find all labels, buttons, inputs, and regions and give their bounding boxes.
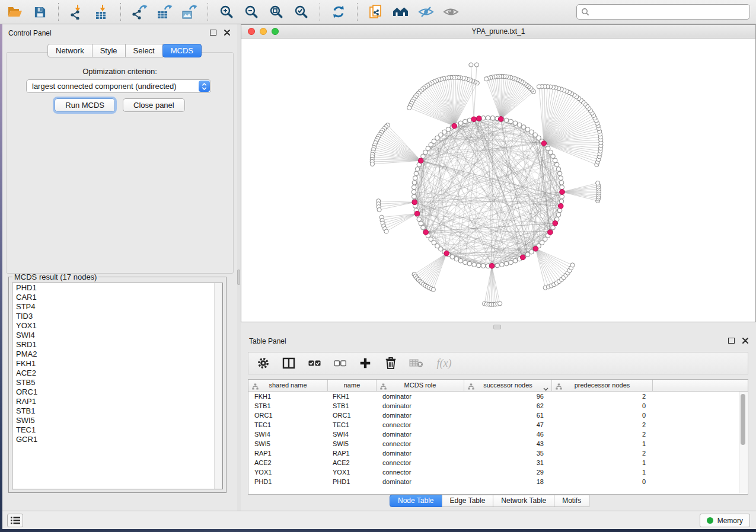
select-all-rows-button[interactable] — [307, 355, 322, 371]
mcds-result-list[interactable]: PHD1CAR1STP4TID3YOX1SWI4SRD1PMA2FKH1ACE2… — [12, 283, 223, 489]
divider-grip[interactable] — [237, 270, 240, 285]
import-network-button[interactable] — [65, 2, 90, 22]
show-column-panes-button[interactable] — [281, 355, 296, 371]
status-bar: Memory — [2, 511, 756, 529]
delete-table-button[interactable] — [409, 355, 424, 371]
apply-layout-button[interactable] — [326, 2, 351, 22]
horizontal-split-grip[interactable] — [493, 325, 501, 329]
maximize-window-icon[interactable] — [272, 28, 279, 35]
column-header[interactable]: MCDS role — [377, 380, 464, 391]
mcds-result-item[interactable]: PMA2 — [12, 350, 222, 359]
control-panel-tab[interactable]: Style — [92, 44, 126, 57]
mcds-list-scrollbar[interactable] — [214, 283, 222, 489]
criterion-select[interactable]: largest connected component (undirected) — [26, 79, 211, 93]
search-input[interactable] — [592, 7, 745, 17]
delete-row-button[interactable] — [383, 355, 398, 371]
document-network-icon — [368, 4, 384, 20]
table-tab[interactable]: Motifs — [554, 495, 589, 507]
network-canvas[interactable] — [241, 39, 755, 322]
zoom-out-button[interactable] — [239, 2, 264, 22]
desktop-wallpaper-bottom — [0, 529, 756, 532]
column-header[interactable]: name — [328, 380, 377, 391]
show-home-button[interactable] — [388, 2, 413, 22]
control-panel-tab[interactable]: Network — [47, 44, 92, 57]
apply-function-button[interactable]: f(x) — [434, 355, 454, 371]
mcds-result-item[interactable]: ACE2 — [12, 368, 222, 378]
mcds-result-item[interactable]: CAR1 — [12, 293, 222, 302]
mcds-result-item[interactable]: YOX1 — [12, 321, 222, 331]
close-window-icon[interactable] — [248, 28, 255, 35]
float-panel-icon[interactable] — [210, 30, 216, 36]
table-row[interactable]: SWI4 SWI4 dominator 46 2 — [248, 430, 748, 439]
columns-icon — [282, 357, 295, 369]
mcds-result-item[interactable]: FKH1 — [12, 359, 222, 368]
unchecked-boxes-icon — [334, 360, 346, 367]
control-panel-tabs: NetworkStyleSelectMCDS — [47, 44, 202, 57]
table-tab[interactable]: Node Table — [390, 495, 442, 507]
open-session-button[interactable] — [2, 2, 27, 22]
mcds-result-title: MCDS result (17 nodes) — [12, 273, 98, 281]
mcds-result-item[interactable]: TID3 — [12, 312, 222, 321]
table-tab[interactable]: Network Table — [493, 495, 554, 507]
add-row-button[interactable] — [358, 355, 373, 371]
zoom-in-button[interactable] — [214, 2, 239, 22]
table-row[interactable]: FKH1 FKH1 dominator 96 2 — [248, 392, 748, 401]
mcds-result-item[interactable]: ORC1 — [12, 387, 222, 397]
toolbar-separator — [357, 3, 358, 21]
column-header[interactable]: successor nodes — [464, 380, 552, 391]
table-row[interactable]: ORC1 ORC1 dominator 61 0 — [248, 411, 748, 420]
control-panel-tab[interactable]: MCDS — [162, 44, 202, 57]
table-tab[interactable]: Edge Table — [442, 495, 494, 507]
run-mcds-button[interactable]: Run MCDS — [55, 98, 115, 112]
deselect-all-rows-button[interactable] — [332, 355, 347, 371]
column-settings-button[interactable] — [256, 355, 271, 371]
scrollbar-thumb[interactable] — [741, 394, 745, 445]
mcds-result-item[interactable]: TEC1 — [12, 425, 222, 435]
mcds-result-item[interactable]: SRD1 — [12, 340, 222, 350]
toolbar-zoom-group — [212, 2, 316, 22]
table-row[interactable]: YOX1 YOX1 connector 29 1 — [248, 467, 748, 477]
zoom-selected-button[interactable] — [289, 2, 314, 22]
eye-icon — [443, 5, 459, 19]
table-row[interactable]: RAP1 RAP1 dominator 35 2 — [248, 448, 748, 458]
mcds-result-item[interactable]: SWI5 — [12, 416, 222, 425]
column-type-icon — [468, 382, 474, 393]
table-row[interactable]: ACE2 ACE2 connector 31 1 — [248, 458, 748, 467]
task-history-button[interactable] — [7, 514, 23, 527]
mcds-result-item[interactable]: STB5 — [12, 378, 222, 387]
close-panel-icon[interactable] — [224, 30, 230, 36]
mcds-result-item[interactable]: STB1 — [12, 406, 222, 416]
network-window: YPA_prune.txt_1 — [241, 24, 756, 322]
close-panel-icon[interactable] — [742, 338, 748, 344]
hide-graphics-details-button[interactable] — [413, 2, 438, 22]
table-toolbar: f(x) — [248, 352, 748, 374]
minimize-window-icon[interactable] — [260, 28, 267, 35]
mcds-result-item[interactable]: PHD1 — [12, 283, 222, 293]
close-panel-button[interactable]: Close panel — [123, 98, 185, 112]
column-header[interactable]: predecessor nodes — [552, 380, 653, 391]
table-panel-title: Table Panel — [249, 337, 286, 345]
mcds-result-item[interactable]: SWI4 — [12, 331, 222, 340]
import-table-button[interactable] — [90, 2, 114, 22]
mcds-result-item[interactable]: GCR1 — [12, 435, 222, 444]
toolbar-separator — [208, 3, 208, 21]
table-row[interactable]: PHD1 PHD1 dominator 18 0 — [248, 477, 748, 486]
save-session-button[interactable] — [27, 2, 52, 22]
mcds-result-item[interactable]: RAP1 — [12, 397, 222, 406]
show-graphics-details-button[interactable] — [438, 2, 463, 22]
export-network-button[interactable] — [127, 2, 152, 22]
table-row[interactable]: TEC1 TEC1 connector 47 2 — [248, 420, 748, 430]
column-header[interactable]: shared name — [248, 380, 328, 391]
memory-button[interactable]: Memory — [700, 514, 750, 527]
fit-content-button[interactable] — [264, 2, 289, 22]
float-panel-icon[interactable] — [728, 338, 735, 344]
table-scrollbar[interactable] — [739, 392, 747, 493]
new-network-from-selection-button[interactable] — [363, 2, 388, 22]
mcds-result-item[interactable]: STP4 — [12, 302, 222, 312]
control-panel-tab[interactable]: Select — [125, 44, 163, 57]
table-row[interactable]: SWI5 SWI5 connector 43 1 — [248, 439, 748, 448]
table-row[interactable]: STB1 STB1 dominator 62 0 — [248, 401, 748, 411]
export-image-button[interactable] — [177, 2, 202, 22]
export-table-button[interactable] — [152, 2, 177, 22]
network-window-titlebar[interactable]: YPA_prune.txt_1 — [241, 25, 755, 39]
